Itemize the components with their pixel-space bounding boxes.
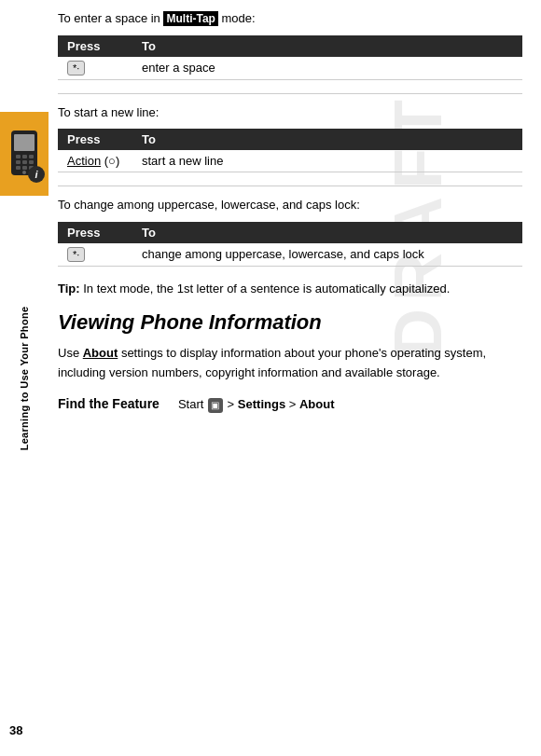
multi-tap-label: Multi-Tap <box>163 11 217 26</box>
info-icon-letter: i <box>35 169 37 180</box>
caps-action-cell: change among uppercase, lowercase, and c… <box>132 243 522 267</box>
space-table-header-to: To <box>132 35 522 57</box>
space-intro-after: mode: <box>218 11 256 25</box>
about-text-before: Use <box>58 346 83 360</box>
caps-table: Press To *· change among uppercase, lowe… <box>58 222 522 267</box>
find-feature-label: Find the Feature <box>58 396 160 411</box>
tip-section: Tip: In text mode, the 1st letter of a s… <box>58 280 522 298</box>
table-row: Action (○) start a new line <box>58 150 522 172</box>
path-sep1: > <box>228 397 238 411</box>
sidebar-label: Learning to Use Your Phone <box>19 306 30 450</box>
newline-intro: To start a new line: <box>58 103 522 122</box>
about-text-after: settings to display information about yo… <box>58 346 486 379</box>
viewing-heading-text: Viewing Phone Information <box>58 310 322 334</box>
page-number: 38 <box>9 723 22 737</box>
action-key-cell: Action (○) <box>58 150 132 172</box>
newline-table-header-to: To <box>132 129 522 150</box>
space-key-cell: *· <box>58 57 132 80</box>
space-action-cell: enter a space <box>132 57 522 80</box>
table-row: *· change among uppercase, lowercase, an… <box>58 243 522 267</box>
divider-1 <box>58 93 522 94</box>
action-key-label: Action <box>67 154 101 168</box>
space-intro: To enter a space in Multi-Tap mode: <box>58 9 522 28</box>
info-icon-badge: i <box>28 166 45 183</box>
caps-section: To change among uppercase, lowercase, an… <box>58 196 522 267</box>
find-feature-path: Start ▣ > Settings > About <box>178 397 335 413</box>
space-table-header-press: Press <box>58 35 132 57</box>
table-row: *· enter a space <box>58 57 522 80</box>
find-feature-row: Find the Feature Start ▣ > Settings > Ab… <box>58 396 522 413</box>
space-section: To enter a space in Multi-Tap mode: Pres… <box>58 9 522 80</box>
divider-2 <box>58 186 522 186</box>
about-label: About <box>83 346 118 360</box>
caps-table-header-to: To <box>132 222 522 243</box>
caps-star-symbol: *· <box>67 247 85 262</box>
sidebar-label-wrapper: Learning to Use Your Phone <box>0 0 49 756</box>
space-table: Press To *· enter a space <box>58 35 522 80</box>
start-key-icon: ▣ <box>208 398 223 413</box>
star-key-symbol: *· <box>67 61 85 76</box>
sidebar: i Learning to Use Your Phone 38 <box>0 0 49 756</box>
viewing-heading: Viewing Phone Information <box>58 310 522 335</box>
newline-table: Press To Action (○) start a new line <box>58 129 522 172</box>
space-intro-text: To enter a space in <box>58 11 163 25</box>
caps-key-cell: *· <box>58 243 132 267</box>
newline-action-cell: start a new line <box>132 150 522 172</box>
tip-text: In text mode, the 1st letter of a senten… <box>83 282 450 296</box>
caps-table-header-press: Press <box>58 222 132 243</box>
newline-section: To start a new line: Press To Action (○)… <box>58 103 522 173</box>
caps-intro: To change among uppercase, lowercase, an… <box>58 196 522 214</box>
newline-table-header-press: Press <box>58 129 132 150</box>
path-sep2: > <box>289 397 299 411</box>
action-circle-symbol: (○) <box>104 154 120 168</box>
path-start-label: Start <box>178 397 207 411</box>
tip-label: Tip: <box>58 282 80 296</box>
path-about: About <box>299 397 335 411</box>
main-content: To enter a space in Multi-Tap mode: Pres… <box>49 0 541 756</box>
about-text: Use About settings to display informatio… <box>58 344 522 383</box>
path-settings: Settings <box>238 397 285 411</box>
